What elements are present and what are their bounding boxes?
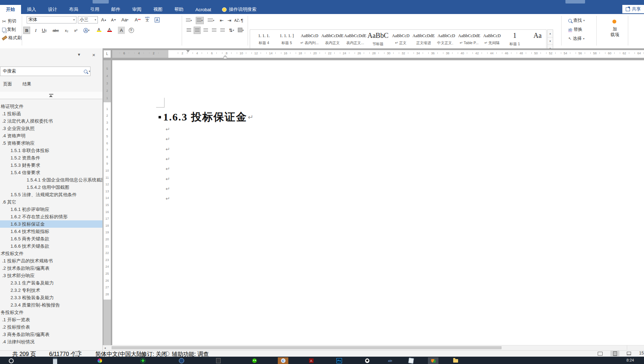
nav-item-.3 商务条款响应/偏离表[interactable]: .3 商务条款响应/偏离表 bbox=[0, 331, 103, 338]
gallery-up-icon[interactable]: ▲ bbox=[548, 30, 553, 37]
nav-item-1.5.4 信誉要求[interactable]: 1.5.4 信誉要求 bbox=[0, 169, 103, 176]
gallery-down-icon[interactable]: ▼ bbox=[548, 37, 553, 45]
enclose-characters-button[interactable]: A bbox=[154, 16, 161, 23]
enclosed-character-button[interactable]: 字 bbox=[128, 27, 135, 34]
copy-button[interactable]: 复制 bbox=[2, 27, 16, 33]
ribbon-tab-引用[interactable]: 引用 bbox=[84, 5, 105, 14]
nav-item-.3 企业营业执照[interactable]: .3 企业营业执照 bbox=[0, 125, 103, 132]
shrink-font-button[interactable]: A▼ bbox=[110, 16, 117, 23]
search-icon[interactable] bbox=[6, 357, 16, 364]
photoshop-icon[interactable]: Ps bbox=[334, 357, 344, 364]
nav-search-input[interactable]: 中搜索 ▾ bbox=[0, 67, 90, 76]
nav-item-2.3.4 质量控制-检验报告[interactable]: 2.3.4 质量控制-检验报告 bbox=[0, 301, 103, 309]
notes-app-icon[interactable] bbox=[213, 357, 223, 364]
wechat-icon[interactable] bbox=[249, 357, 260, 364]
color-wheel-icon[interactable] bbox=[94, 357, 105, 364]
nav-item-.2 投标报价表[interactable]: .2 投标报价表 bbox=[0, 323, 103, 331]
nav-item-.5 资格要求响应[interactable]: .5 资格要求响应 bbox=[0, 139, 103, 147]
notepad-icon[interactable] bbox=[406, 357, 416, 364]
nav-item-1.6.2 不存在禁止投标的情形[interactable]: 1.6.2 不存在禁止投标的情形 bbox=[0, 213, 103, 220]
nav-item-1.6.4 技术性能指标[interactable]: 1.6.4 技术性能指标 bbox=[0, 228, 103, 235]
underline-button[interactable]: U▾ bbox=[41, 27, 48, 34]
cut-button[interactable]: ✂ 剪切 bbox=[2, 18, 16, 24]
ribbon-tab-设计[interactable]: 设计 bbox=[42, 5, 63, 14]
grow-font-button[interactable]: A▲ bbox=[100, 16, 107, 23]
decrease-indent-button[interactable]: ⇤ bbox=[218, 17, 225, 24]
nav-item-1.5.1 非联合体投标[interactable]: 1.5.1 非联合体投标 bbox=[0, 147, 103, 154]
nav-tab-pages[interactable]: 页面 bbox=[3, 81, 12, 87]
tell-me-search[interactable]: 操作说明搜索 bbox=[222, 5, 256, 14]
ribbon-tab-审阅[interactable]: 审阅 bbox=[126, 5, 147, 14]
nav-item-.1 投标产品的技术规格书[interactable]: .1 投标产品的技术规格书 bbox=[0, 257, 103, 265]
nav-item-.6 其它[interactable]: .6 其它 bbox=[0, 198, 103, 206]
clear-formatting-button[interactable]: A bbox=[134, 16, 141, 23]
zoom-level[interactable]: 15 bbox=[639, 351, 644, 356]
scrollbar-thumb[interactable] bbox=[112, 346, 502, 349]
av-app-icon[interactable] bbox=[137, 357, 148, 364]
nav-item-.1 开标一览表[interactable]: .1 开标一览表 bbox=[0, 316, 103, 323]
document-page[interactable] bbox=[112, 60, 644, 345]
document-heading[interactable]: 1.6.3 投标保证金 ↵ bbox=[159, 110, 253, 124]
numbering-button[interactable]: ▾ bbox=[196, 17, 204, 24]
nav-item-1.6.1 初步评审响应[interactable]: 1.6.1 初步评审响应 bbox=[0, 206, 103, 213]
web-layout-button[interactable] bbox=[624, 351, 633, 356]
scroll-left-icon[interactable]: ◂ bbox=[104, 346, 106, 350]
pilcrow-button[interactable]: ¶ bbox=[239, 17, 246, 24]
justify-button[interactable] bbox=[210, 27, 217, 34]
increase-indent-button[interactable]: ⇥ bbox=[226, 17, 233, 24]
nav-item-1.5.5 法律、法规规定的其他条件[interactable]: 1.5.5 法律、法规规定的其他条件 bbox=[0, 191, 103, 198]
shading-button[interactable]: ▾ bbox=[237, 27, 244, 34]
nav-item-1.5.3 财务要求[interactable]: 1.5.3 财务要求 bbox=[0, 162, 103, 169]
nav-item-1.5.4.2 信用中国截图[interactable]: 1.5.4.2 信用中国截图 bbox=[0, 184, 103, 191]
mail-bird-icon[interactable] bbox=[428, 357, 438, 364]
nav-item-1.6.3 投标保证金[interactable]: 1.6.3 投标保证金 bbox=[0, 220, 103, 228]
replace-button[interactable]: ab 替换 bbox=[568, 27, 582, 33]
highlight-color-button[interactable]: A bbox=[95, 26, 102, 33]
nav-item-1.5.4.1 全国企业信用信息公示系统截图[interactable]: 1.5.4.1 全国企业信用信息公示系统截图 bbox=[0, 176, 103, 184]
nav-tab-results[interactable]: 结果 bbox=[22, 81, 31, 87]
nav-close-icon[interactable]: × bbox=[92, 52, 95, 58]
multilevel-list-button[interactable]: ▾ bbox=[207, 17, 215, 24]
strikethrough-button[interactable]: abc bbox=[52, 27, 60, 34]
nav-item-术投标文件[interactable]: 术投标文件 bbox=[0, 250, 103, 257]
qq-icon[interactable] bbox=[362, 357, 373, 364]
nav-jump-to-top[interactable] bbox=[0, 92, 102, 99]
text-effects-button[interactable]: A▾ bbox=[83, 27, 90, 34]
nav-item-1.5.2 资质条件[interactable]: 1.5.2 资质条件 bbox=[0, 154, 103, 162]
calculator-icon[interactable] bbox=[50, 357, 60, 364]
bold-button[interactable]: B bbox=[23, 27, 30, 34]
subscript-button[interactable]: x₂ bbox=[63, 27, 70, 34]
phonetic-guide-button[interactable]: wén文 bbox=[144, 15, 151, 23]
align-left-button[interactable] bbox=[185, 27, 192, 34]
tab-selector[interactable]: L bbox=[103, 50, 111, 58]
nav-item-2.3.3 检验装备及能力[interactable]: 2.3.3 检验装备及能力 bbox=[0, 294, 103, 301]
font-color-button[interactable]: A bbox=[106, 26, 113, 33]
nav-item-.3 技术部分响应[interactable]: .3 技术部分响应 bbox=[0, 272, 103, 279]
nav-item-1.6.6 技术关键条款[interactable]: 1.6.6 技术关键条款 bbox=[0, 242, 103, 250]
nav-item-.2 技术条款响应/偏离表[interactable]: .2 技术条款响应/偏离表 bbox=[0, 265, 103, 272]
font-name-combo[interactable]: 宋体▾ bbox=[27, 16, 76, 23]
browser-icon[interactable]: C bbox=[278, 357, 288, 364]
print-layout-button[interactable] bbox=[610, 351, 619, 356]
share-button[interactable]: 共享 bbox=[622, 5, 644, 13]
folder-icon[interactable] bbox=[450, 357, 461, 364]
ribbon-tab-开始[interactable]: 开始 bbox=[0, 5, 21, 14]
format-painter-button[interactable]: 格式刷 bbox=[2, 35, 22, 41]
nav-item-1.6.5 商务关键条款[interactable]: 1.6.5 商务关键条款 bbox=[0, 235, 103, 242]
change-case-button[interactable]: Aa▾ bbox=[121, 16, 129, 23]
ribbon-tab-Acrobat[interactable]: Acrobat bbox=[189, 5, 217, 14]
nav-item-.4 法律纠纷情况[interactable]: .4 法律纠纷情况 bbox=[0, 338, 103, 345]
search-dropdown-icon[interactable]: ▾ bbox=[89, 70, 90, 73]
find-button[interactable]: 查找▾ bbox=[568, 18, 585, 23]
nav-options-chevron-icon[interactable]: ▾ bbox=[78, 52, 80, 57]
nav-item-务投标文件[interactable]: 务投标文件 bbox=[0, 309, 103, 316]
nav-item-格证明文件[interactable]: 格证明文件 bbox=[0, 103, 103, 110]
nav-item-.4 资格声明[interactable]: .4 资格声明 bbox=[0, 132, 103, 139]
ribbon-tab-布局[interactable]: 布局 bbox=[63, 5, 84, 14]
left-indent-marker[interactable] bbox=[223, 57, 227, 59]
distribute-button[interactable] bbox=[219, 27, 226, 34]
nav-item-2.3.2 专利技术[interactable]: 2.3.2 专利技术 bbox=[0, 287, 103, 294]
nav-item-.2 法定代表人授权委托书[interactable]: .2 法定代表人授权委托书 bbox=[0, 117, 103, 125]
addins-button[interactable]: 加载项 bbox=[607, 27, 623, 37]
ribbon-tab-邮件[interactable]: 邮件 bbox=[105, 5, 126, 14]
